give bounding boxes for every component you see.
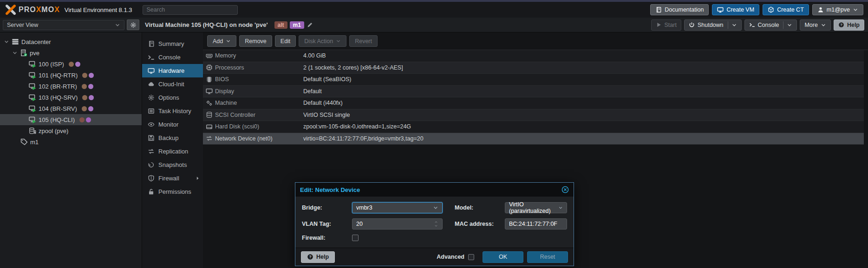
firewall-label: Firewall: [302,235,348,241]
tree-row[interactable]: 104 (BR-SRV) [0,103,142,114]
hardware-row[interactable]: Network Device (net0) virtio=BC:24:11:72… [203,133,864,145]
header-button[interactable]: Create CT [763,4,809,15]
server-view-select[interactable]: Server View [3,20,124,30]
hardware-toolbar-button[interactable]: Edit [275,35,296,47]
mac-address-input[interactable]: BC:24:11:72:77:0F [505,218,567,230]
tree-item-label: 100 (ISP) [39,61,64,68]
chevron-down-icon [853,7,858,13]
hardware-row[interactable]: Machine Default (i440fx) [203,97,864,109]
vm-menu-item-icon [148,94,155,101]
vm-menu-item-label: Options [158,94,179,101]
vm-menu-item-icon [148,67,155,74]
empty-cell [446,235,501,241]
dialog-help-button[interactable]: ? Help [301,251,335,263]
chevron-up-icon[interactable] [434,220,438,224]
chevron-down-icon[interactable] [558,205,563,211]
secondary-toolbar: Server View Virtual Machine 105 (HQ-CLI)… [0,18,868,32]
hardware-row[interactable]: SCSI Controller VirtIO SCSI single [203,109,864,121]
vm-action-button[interactable]: ? Help [834,19,864,31]
tree-row[interactable]: 101 (HQ-RTR) [0,70,142,81]
chevron-down-icon[interactable] [433,205,438,211]
tree-expand-chevron-icon[interactable] [4,39,9,45]
header-buttons: Documentation Create VM Create CT m1@pve [650,4,863,15]
chevron-down-icon [336,38,341,44]
header-button[interactable]: Documentation [650,4,709,15]
vm-menu-item[interactable]: Summary [142,37,203,51]
mac-address-label: MAC address: [446,221,501,227]
vm-menu-item[interactable]: Task History [142,104,203,118]
vm-menu-item-label: Snapshots [158,161,187,168]
tree-item-label: zpool (pve) [39,128,68,134]
vm-menu-item[interactable]: Hardware [142,64,203,77]
tree-row[interactable]: pve [0,47,142,58]
hardware-row-value: zpool:vm-105-disk-0,iothread=1,size=24G [303,123,411,130]
chevron-down-icon[interactable] [434,224,438,228]
vm-menu-item[interactable]: Monitor [142,118,203,131]
hardware-row[interactable]: Hard Disk (scsi0) zpool:vm-105-disk-0,io… [203,121,864,133]
vm-menu-item[interactable]: Replication [142,145,203,158]
dialog-body: Bridge: vmbr3 Model: VirtIO (paravirtual… [295,197,574,248]
vm-menu-item[interactable]: Console [142,51,203,64]
view-settings-button[interactable] [127,19,139,30]
tree-expand-chevron-icon[interactable] [12,50,18,56]
hardware-toolbar-button[interactable]: Add [207,35,236,47]
header-button[interactable]: Create VM [712,4,759,15]
vm-action-buttons: Start Shutdown Console More [651,19,868,31]
tree-row[interactable]: 100 (ISP) [0,58,142,70]
vm-menu-item[interactable]: Firewall [142,172,203,185]
tree-row[interactable]: 102 (BR-RTR) [0,81,142,92]
hardware-row[interactable]: BIOS Default (SeaBIOS) [203,74,864,86]
hardware-row[interactable]: Memory 4.00 GiB [203,50,864,62]
tree-row[interactable]: 103 (HQ-SRV) [0,92,142,103]
chevron-down-icon [787,22,792,28]
hardware-row-value: 2 (1 sockets, 2 cores) [x86-64-v2-AES] [303,64,403,71]
ok-button[interactable]: OK [483,251,523,263]
model-label: Model: [446,204,501,211]
vm-menu-item-label: Cloud-Init [158,81,184,88]
vm-menu-item-icon [148,108,155,115]
tree-item-icon [29,83,36,90]
global-search-input[interactable] [143,5,238,15]
hardware-row-icon [203,111,215,118]
advanced-checkbox[interactable] [468,254,474,260]
vm-menu-item[interactable]: Permissions [142,185,203,198]
hardware-row[interactable]: Display Default [203,86,864,98]
tree-item-icon [29,105,36,112]
vm-menu-item[interactable]: Snapshots [142,158,203,172]
vm-action-button[interactable]: Start [651,19,681,31]
hardware-toolbar-button-label: Disk Action [304,38,333,45]
tree-row[interactable]: Datacenter [0,36,142,47]
tree-item-label: m1 [30,139,39,146]
vm-menu-item[interactable]: Cloud-Init [142,77,203,91]
proxmox-logo: PROXMOX [5,4,60,15]
tree-row[interactable]: 105 (HQ-CLI) [0,114,142,125]
model-value: VirtIO (paravirtualized) [509,201,558,214]
proxmox-app: PROXMOX Virtual Environment 8.1.3 Docume… [0,0,868,268]
proxmox-x-icon [5,4,17,15]
vm-action-button[interactable]: Console [744,19,797,31]
vm-action-button[interactable]: Shutdown [684,19,742,31]
tree-row[interactable]: zpool (pve) [0,125,142,136]
tree-tag-dots [82,106,93,111]
number-spinner[interactable] [434,220,438,228]
model-select[interactable]: VirtIO (paravirtualized) [505,202,567,213]
header-button-icon [817,6,824,13]
hardware-toolbar-button[interactable]: Remove [239,35,272,47]
hardware-toolbar-button-label: Add [213,38,223,45]
hardware-row[interactable]: Processors 2 (1 sockets, 2 cores) [x86-6… [203,62,864,74]
firewall-checkbox[interactable] [352,235,359,241]
vlan-tag-input[interactable]: 20 [352,218,443,230]
reset-button[interactable]: Reset [527,251,568,263]
edit-tags-pencil-icon[interactable] [307,22,313,28]
header-button[interactable]: m1@pve [812,4,863,15]
hardware-toolbar-button[interactable]: Disk Action [299,35,346,47]
close-icon[interactable] [561,186,569,193]
bridge-select[interactable]: vmbr3 [352,202,443,213]
dialog-header[interactable]: Edit: Network Device [295,183,574,197]
vm-menu-item[interactable]: Backup [142,131,203,145]
vm-menu-item[interactable]: Options [142,91,203,104]
vm-action-button[interactable]: More [800,19,830,31]
tree-row[interactable]: m1 [0,136,142,147]
tag-dot [89,73,94,78]
hardware-toolbar-button[interactable]: Revert [349,35,378,47]
